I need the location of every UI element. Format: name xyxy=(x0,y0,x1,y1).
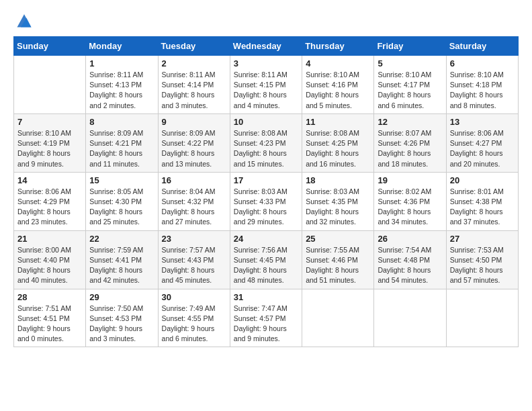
day-number: 24 xyxy=(234,234,298,244)
day-info: Sunrise: 8:03 AMSunset: 4:33 PMDaylight:… xyxy=(234,187,298,228)
day-number: 31 xyxy=(234,292,298,302)
calendar-cell xyxy=(302,289,374,347)
day-info: Sunrise: 7:55 AMSunset: 4:46 PMDaylight:… xyxy=(306,245,370,286)
calendar-cell: 31Sunrise: 7:47 AMSunset: 4:57 PMDayligh… xyxy=(230,289,302,347)
day-info: Sunrise: 8:07 AMSunset: 4:26 PMDaylight:… xyxy=(378,128,442,169)
day-number: 8 xyxy=(89,117,154,127)
day-number: 7 xyxy=(17,117,82,127)
day-info: Sunrise: 7:53 AMSunset: 4:50 PMDaylight:… xyxy=(450,245,515,286)
calendar-cell: 29Sunrise: 7:50 AMSunset: 4:53 PMDayligh… xyxy=(86,289,158,347)
day-info: Sunrise: 8:06 AMSunset: 4:27 PMDaylight:… xyxy=(450,128,515,169)
day-of-week-header: Saturday xyxy=(446,37,518,56)
day-of-week-header: Tuesday xyxy=(158,37,230,56)
calendar-cell: 20Sunrise: 8:01 AMSunset: 4:38 PMDayligh… xyxy=(446,172,518,230)
calendar-cell: 7Sunrise: 8:10 AMSunset: 4:19 PMDaylight… xyxy=(14,113,86,172)
calendar-cell: 2Sunrise: 8:11 AMSunset: 4:14 PMDaylight… xyxy=(158,56,230,114)
day-number: 17 xyxy=(234,175,298,185)
day-number: 14 xyxy=(17,175,82,185)
day-info: Sunrise: 8:04 AMSunset: 4:32 PMDaylight:… xyxy=(162,187,226,228)
day-info: Sunrise: 8:10 AMSunset: 4:16 PMDaylight:… xyxy=(306,70,370,111)
calendar-cell: 3Sunrise: 8:11 AMSunset: 4:15 PMDaylight… xyxy=(230,56,302,114)
day-number: 11 xyxy=(306,117,370,127)
calendar-cell: 30Sunrise: 7:49 AMSunset: 4:55 PMDayligh… xyxy=(158,289,230,347)
day-info: Sunrise: 8:08 AMSunset: 4:23 PMDaylight:… xyxy=(234,128,298,169)
day-number: 4 xyxy=(306,58,370,68)
calendar-cell: 22Sunrise: 7:59 AMSunset: 4:41 PMDayligh… xyxy=(86,230,158,289)
calendar-cell: 24Sunrise: 7:56 AMSunset: 4:45 PMDayligh… xyxy=(230,230,302,289)
calendar-cell: 23Sunrise: 7:57 AMSunset: 4:43 PMDayligh… xyxy=(158,230,230,289)
calendar-cell: 18Sunrise: 8:03 AMSunset: 4:35 PMDayligh… xyxy=(302,172,374,230)
day-number: 29 xyxy=(89,292,154,302)
day-info: Sunrise: 7:47 AMSunset: 4:57 PMDaylight:… xyxy=(234,304,298,345)
day-of-week-header: Friday xyxy=(374,37,446,56)
day-number: 26 xyxy=(378,234,442,244)
day-info: Sunrise: 7:57 AMSunset: 4:43 PMDaylight:… xyxy=(162,245,226,286)
day-info: Sunrise: 8:06 AMSunset: 4:29 PMDaylight:… xyxy=(17,187,82,228)
calendar-cell: 5Sunrise: 8:10 AMSunset: 4:17 PMDaylight… xyxy=(374,56,446,114)
day-info: Sunrise: 8:08 AMSunset: 4:25 PMDaylight:… xyxy=(306,128,370,169)
day-info: Sunrise: 7:49 AMSunset: 4:55 PMDaylight:… xyxy=(162,304,226,345)
day-number: 23 xyxy=(162,234,226,244)
day-number: 19 xyxy=(378,175,442,185)
day-info: Sunrise: 8:10 AMSunset: 4:19 PMDaylight:… xyxy=(17,128,82,169)
day-info: Sunrise: 8:03 AMSunset: 4:35 PMDaylight:… xyxy=(306,187,370,228)
day-of-week-header: Monday xyxy=(86,37,158,56)
day-info: Sunrise: 8:10 AMSunset: 4:18 PMDaylight:… xyxy=(450,70,515,111)
calendar-cell: 13Sunrise: 8:06 AMSunset: 4:27 PMDayligh… xyxy=(446,113,518,172)
day-info: Sunrise: 7:51 AMSunset: 4:51 PMDaylight:… xyxy=(17,304,82,345)
day-number: 28 xyxy=(17,292,82,302)
calendar-cell xyxy=(374,289,446,347)
day-number: 20 xyxy=(450,175,515,185)
calendar-cell: 16Sunrise: 8:04 AMSunset: 4:32 PMDayligh… xyxy=(158,172,230,230)
day-info: Sunrise: 8:00 AMSunset: 4:40 PMDaylight:… xyxy=(17,245,82,286)
calendar-header-row: SundayMondayTuesdayWednesdayThursdayFrid… xyxy=(14,37,519,56)
day-of-week-header: Sunday xyxy=(14,37,86,56)
calendar-week-row: 28Sunrise: 7:51 AMSunset: 4:51 PMDayligh… xyxy=(14,289,519,347)
day-number: 10 xyxy=(234,117,298,127)
day-number: 21 xyxy=(17,234,82,244)
day-info: Sunrise: 7:54 AMSunset: 4:48 PMDaylight:… xyxy=(378,245,442,286)
calendar-cell: 11Sunrise: 8:08 AMSunset: 4:25 PMDayligh… xyxy=(302,113,374,172)
day-number: 1 xyxy=(89,58,154,68)
day-number: 16 xyxy=(162,175,226,185)
calendar-cell: 17Sunrise: 8:03 AMSunset: 4:33 PMDayligh… xyxy=(230,172,302,230)
calendar-cell: 19Sunrise: 8:02 AMSunset: 4:36 PMDayligh… xyxy=(374,172,446,230)
calendar-cell: 26Sunrise: 7:54 AMSunset: 4:48 PMDayligh… xyxy=(374,230,446,289)
calendar-table: SundayMondayTuesdayWednesdayThursdayFrid… xyxy=(13,36,519,347)
calendar-cell: 9Sunrise: 8:09 AMSunset: 4:22 PMDaylight… xyxy=(158,113,230,172)
day-number: 5 xyxy=(378,58,442,68)
calendar-week-row: 14Sunrise: 8:06 AMSunset: 4:29 PMDayligh… xyxy=(14,172,519,230)
day-number: 25 xyxy=(306,234,370,244)
day-info: Sunrise: 7:59 AMSunset: 4:41 PMDaylight:… xyxy=(89,245,154,286)
calendar-cell: 10Sunrise: 8:08 AMSunset: 4:23 PMDayligh… xyxy=(230,113,302,172)
day-number: 2 xyxy=(162,58,226,68)
day-of-week-header: Wednesday xyxy=(230,37,302,56)
calendar-cell xyxy=(14,56,86,114)
calendar-cell: 8Sunrise: 8:09 AMSunset: 4:21 PMDaylight… xyxy=(86,113,158,172)
day-number: 30 xyxy=(162,292,226,302)
calendar-week-row: 21Sunrise: 8:00 AMSunset: 4:40 PMDayligh… xyxy=(14,230,519,289)
calendar-cell: 14Sunrise: 8:06 AMSunset: 4:29 PMDayligh… xyxy=(14,172,86,230)
calendar-cell: 4Sunrise: 8:10 AMSunset: 4:16 PMDaylight… xyxy=(302,56,374,114)
calendar-cell: 6Sunrise: 8:10 AMSunset: 4:18 PMDaylight… xyxy=(446,56,518,114)
day-number: 13 xyxy=(450,117,515,127)
day-info: Sunrise: 7:50 AMSunset: 4:53 PMDaylight:… xyxy=(89,304,154,345)
day-number: 27 xyxy=(450,234,515,244)
day-info: Sunrise: 8:11 AMSunset: 4:13 PMDaylight:… xyxy=(89,70,154,111)
day-number: 22 xyxy=(89,234,154,244)
calendar-cell xyxy=(446,289,518,347)
calendar-week-row: 7Sunrise: 8:10 AMSunset: 4:19 PMDaylight… xyxy=(14,113,519,172)
calendar-cell: 27Sunrise: 7:53 AMSunset: 4:50 PMDayligh… xyxy=(446,230,518,289)
day-info: Sunrise: 8:02 AMSunset: 4:36 PMDaylight:… xyxy=(378,187,442,228)
day-info: Sunrise: 8:11 AMSunset: 4:15 PMDaylight:… xyxy=(234,70,298,111)
day-info: Sunrise: 8:11 AMSunset: 4:14 PMDaylight:… xyxy=(162,70,226,111)
calendar-cell: 21Sunrise: 8:00 AMSunset: 4:40 PMDayligh… xyxy=(14,230,86,289)
day-info: Sunrise: 8:09 AMSunset: 4:21 PMDaylight:… xyxy=(89,128,154,169)
calendar-cell: 25Sunrise: 7:55 AMSunset: 4:46 PMDayligh… xyxy=(302,230,374,289)
day-of-week-header: Thursday xyxy=(302,37,374,56)
header xyxy=(13,11,519,30)
day-number: 15 xyxy=(89,175,154,185)
calendar-cell: 12Sunrise: 8:07 AMSunset: 4:26 PMDayligh… xyxy=(374,113,446,172)
day-info: Sunrise: 7:56 AMSunset: 4:45 PMDaylight:… xyxy=(234,245,298,286)
logo xyxy=(13,11,36,30)
